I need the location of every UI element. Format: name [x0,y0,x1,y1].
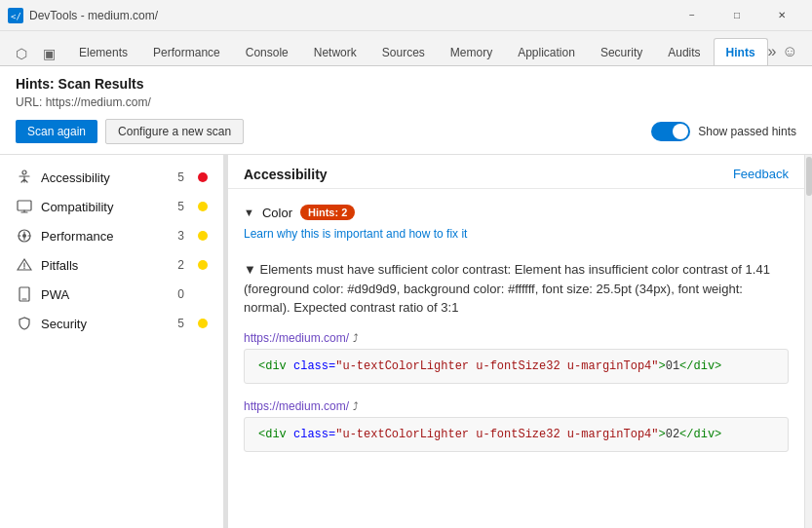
right-panel-header: Accessibility Feedback [228,155,804,189]
minimize-button[interactable]: − [670,0,715,31]
color-row: ▼ Color Hints: 2 [244,205,789,220]
tab-security[interactable]: Security [588,38,655,65]
configure-scan-button[interactable]: Configure a new scan [105,119,244,144]
right-panel: Accessibility Feedback ▼ Color Hints: 2 … [228,155,804,528]
tab-performance[interactable]: Performance [140,38,233,65]
external-link-icon-1[interactable]: ⤴ [353,332,359,344]
category-performance[interactable]: Performance 3 [0,221,223,250]
category-pitfalls-count: 2 [177,258,184,272]
category-compatibility[interactable]: Compatibility 5 [0,192,223,221]
tab-audits[interactable]: Audits [655,38,713,65]
tab-network[interactable]: Network [301,38,369,65]
page-main-title: Accessibility [244,167,328,182]
code-block-content-1: <div class="u-textColorLighter u-fontSiz… [244,349,789,384]
category-performance-dot [198,231,208,241]
tab-sources[interactable]: Sources [369,38,438,65]
monitor-icon[interactable]: ▣ [37,42,60,65]
category-pwa[interactable]: PWA 0 [0,280,223,309]
category-pwa-count: 0 [177,287,184,301]
tab-side-icons: ⬡ ▣ [4,42,66,65]
tab-application[interactable]: Application [505,38,588,65]
hints-badge: Hints: 2 [300,205,355,220]
category-performance-count: 3 [177,229,184,243]
cursor-icon[interactable]: ⬡ [10,42,33,65]
category-pitfalls-label: Pitfalls [41,258,170,273]
external-link-icon-2[interactable]: ⤴ [353,400,359,412]
pwa-icon [16,285,33,303]
svg-text:</>: </> [11,12,21,21]
category-security-dot [198,319,208,328]
category-pwa-label: PWA [41,287,170,302]
scan-title: Hints: Scan Results [16,76,796,92]
close-button[interactable]: ✕ [759,0,804,31]
svg-point-2 [22,170,26,174]
category-compatibility-count: 5 [177,200,184,213]
category-list: Accessibility 5 Compatibility 5 Performa… [0,155,223,346]
feedback-link[interactable]: Feedback [733,167,789,181]
tab-memory[interactable]: Memory [438,38,505,65]
window-title: DevTools - medium.com/ [29,9,158,22]
performance-icon [16,227,33,245]
category-pwa-dot [198,289,208,299]
scan-again-button[interactable]: Scan again [16,120,97,143]
left-panel: Accessibility 5 Compatibility 5 Performa… [0,155,224,528]
title-bar-left: </> DevTools - medium.com/ [8,8,158,23]
element-section: ▼ Elements must have sufficient color co… [244,260,789,318]
element-description: ▼ Elements must have sufficient color co… [244,260,789,318]
scrollbar[interactable] [804,155,812,528]
tab-elements[interactable]: Elements [66,38,140,65]
code-url-row-2: https://medium.com/ ⤴ [244,399,789,413]
content-body: ▼ Color Hints: 2 Learn why this is impor… [228,189,804,483]
svg-point-5 [22,234,26,238]
tab-overflow-button[interactable]: » [768,38,777,65]
category-accessibility-dot [198,172,208,182]
tab-end-icons: ☺ ··· [777,38,813,65]
accessibility-icon [16,169,33,186]
svg-point-8 [23,268,24,269]
category-pitfalls[interactable]: Pitfalls 2 [0,250,223,280]
scan-controls-row: Hints: Scan Results URL: https://medium.… [0,66,812,155]
code-url-2[interactable]: https://medium.com/ [244,399,349,413]
pitfalls-icon [16,256,33,274]
tab-bar: ⬡ ▣ Elements Performance Console Network… [0,31,812,66]
show-passed-toggle[interactable] [651,122,690,141]
code-block-1: https://medium.com/ ⤴ <div class="u-text… [244,331,789,384]
category-compatibility-label: Compatibility [41,200,170,214]
learn-link[interactable]: Learn why this is important and how to f… [244,227,467,241]
toggle-label: Show passed hints [698,125,796,138]
category-performance-label: Performance [41,229,170,244]
compatibility-icon [16,198,33,215]
tab-console[interactable]: Console [233,38,301,65]
category-pitfalls-dot [198,260,208,270]
toggle-knob [673,124,688,139]
category-accessibility[interactable]: Accessibility 5 [0,163,223,192]
maximize-button[interactable]: □ [715,0,759,31]
category-accessibility-label: Accessibility [41,170,170,185]
emoji-icon[interactable]: ☺ [777,38,804,65]
category-security-label: Security [41,317,170,331]
category-accessibility-count: 5 [177,170,184,184]
code-url-1[interactable]: https://medium.com/ [244,331,349,345]
code-block-content-2: <div class="u-textColorLighter u-fontSiz… [244,417,789,452]
more-options-icon[interactable]: ··· [808,38,813,65]
svg-rect-3 [18,201,31,210]
triangle-icon: ▼ [244,207,254,218]
title-bar: </> DevTools - medium.com/ − □ ✕ [0,0,812,31]
category-compatibility-dot [198,202,208,211]
category-security-count: 5 [177,317,184,330]
code-url-row-1: https://medium.com/ ⤴ [244,331,789,345]
main-area: Accessibility 5 Compatibility 5 Performa… [0,155,812,528]
devtools-icon: </> [8,8,23,23]
security-icon [16,315,33,332]
scrollbar-thumb[interactable] [806,157,812,196]
code-block-2: https://medium.com/ ⤴ <div class="u-text… [244,399,789,452]
tab-hints[interactable]: Hints [714,38,768,65]
window-controls: − □ ✕ [670,0,804,31]
category-security[interactable]: Security 5 [0,309,223,338]
color-label: Color [262,206,292,220]
scan-url: URL: https://medium.com/ [16,95,796,109]
